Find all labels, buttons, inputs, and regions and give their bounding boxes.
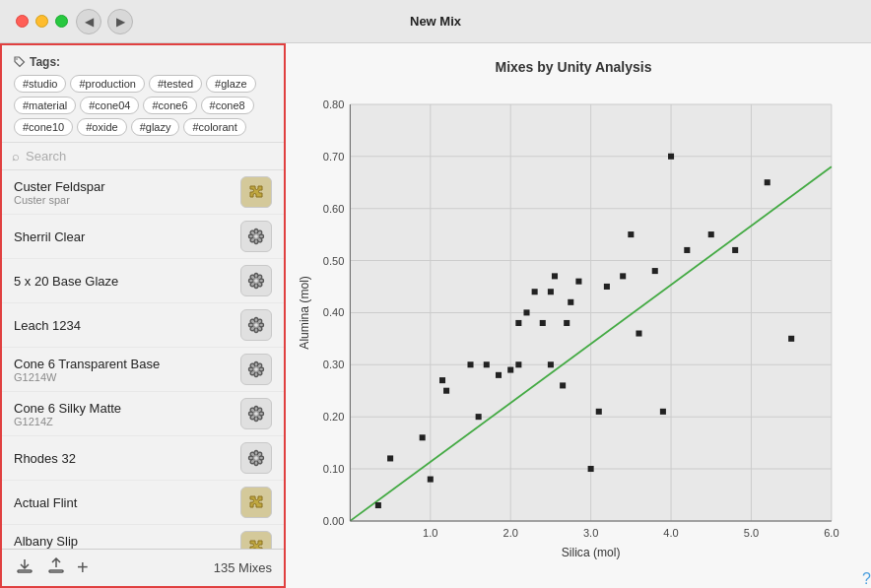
tag-item[interactable]: #material: [14, 97, 76, 114]
data-point[interactable]: [636, 331, 641, 337]
list-item-text: Leach 1234: [14, 318, 81, 333]
data-point[interactable]: [596, 409, 602, 415]
window-title: New Mix: [410, 14, 461, 29]
maximize-button[interactable]: [55, 15, 68, 28]
data-point[interactable]: [620, 273, 626, 279]
list-item[interactable]: Sherril Clear: [2, 215, 284, 259]
data-point[interactable]: [684, 247, 690, 253]
data-point[interactable]: [588, 466, 594, 472]
title-bar-left: ◀ ▶: [16, 9, 133, 34]
svg-text:4.0: 4.0: [663, 527, 678, 539]
flower-icon: [240, 221, 272, 252]
tags-section: Tags: #studio#production#tested#glaze#ma…: [2, 45, 284, 143]
tag-item[interactable]: #oxide: [77, 118, 126, 136]
data-point[interactable]: [564, 320, 570, 326]
data-point[interactable]: [515, 361, 521, 367]
tag-item[interactable]: #tested: [149, 75, 202, 93]
tags-container: #studio#production#tested#glaze#material…: [14, 75, 272, 136]
tag-item[interactable]: #production: [70, 75, 145, 93]
data-point[interactable]: [668, 154, 674, 160]
mix-count: 135 Mixes: [214, 560, 272, 575]
tag-item[interactable]: #colorant: [183, 118, 245, 136]
nav-buttons: ◀ ▶: [76, 9, 133, 34]
data-point[interactable]: [443, 388, 449, 394]
data-point[interactable]: [496, 372, 502, 378]
data-point[interactable]: [420, 434, 426, 440]
close-button[interactable]: [16, 15, 29, 28]
chart-area: 1.02.03.04.05.06.00.000.100.200.300.400.…: [296, 83, 851, 572]
svg-text:0.30: 0.30: [323, 359, 345, 370]
svg-text:0.40: 0.40: [323, 306, 345, 318]
list-item-name: Custer Feldspar: [14, 179, 104, 194]
data-point[interactable]: [515, 320, 521, 326]
data-point[interactable]: [552, 273, 558, 279]
minimize-button[interactable]: [35, 15, 48, 28]
flower-icon: [240, 442, 272, 474]
data-point[interactable]: [652, 268, 658, 274]
data-point[interactable]: [476, 414, 482, 420]
tag-item[interactable]: #studio: [14, 75, 66, 93]
flower-icon: [240, 354, 272, 385]
list-item[interactable]: Cone 6 Silky MatteG1214Z: [2, 392, 284, 436]
scrollbar[interactable]: [278, 170, 284, 549]
data-point[interactable]: [484, 361, 490, 367]
list-item[interactable]: Rhodes 32: [2, 436, 284, 481]
data-point[interactable]: [428, 477, 434, 483]
tag-item[interactable]: #cone04: [80, 97, 139, 114]
list-area: Custer FeldsparCuster spar Sherril Clear…: [2, 170, 284, 549]
list-item-text: 5 x 20 Base Glaze: [14, 274, 118, 289]
list-item[interactable]: Cone 6 Transparent BaseG1214W: [2, 348, 284, 392]
list-item-text: Cone 6 Transparent BaseG1214W: [14, 357, 160, 383]
data-point[interactable]: [540, 320, 546, 326]
svg-text:Silica (mol): Silica (mol): [562, 546, 621, 559]
data-point[interactable]: [788, 336, 794, 342]
data-point[interactable]: [387, 455, 393, 461]
tag-item[interactable]: #cone8: [201, 97, 254, 114]
tag-item[interactable]: #cone6: [143, 97, 196, 114]
data-point[interactable]: [765, 179, 770, 185]
svg-text:1.0: 1.0: [423, 527, 437, 539]
svg-point-40: [254, 367, 259, 372]
list-item-name: Actual Flint: [14, 495, 77, 510]
data-point[interactable]: [732, 247, 738, 253]
data-point[interactable]: [568, 299, 573, 305]
main-content: Tags: #studio#production#tested#glaze#ma…: [0, 43, 871, 588]
data-point[interactable]: [439, 377, 445, 383]
tag-item[interactable]: #glazy: [131, 118, 180, 136]
search-input[interactable]: [26, 149, 274, 163]
data-point[interactable]: [375, 502, 381, 508]
export-button[interactable]: [45, 555, 67, 581]
list-item[interactable]: Actual Flint: [2, 481, 284, 525]
import-button[interactable]: [14, 555, 35, 581]
nav-forward-button[interactable]: ▶: [107, 9, 133, 34]
list-item[interactable]: Custer FeldsparCuster spar: [2, 170, 284, 215]
tags-label: Tags:: [14, 55, 272, 69]
data-point[interactable]: [548, 289, 554, 294]
puzzle-icon: [240, 531, 272, 549]
data-point[interactable]: [560, 382, 566, 388]
list-item[interactable]: Albany SlipNew York Slip... Albany Clay: [2, 525, 284, 549]
add-button[interactable]: +: [77, 556, 89, 579]
svg-point-10: [254, 234, 259, 239]
list-item-text: Cone 6 Silky MatteG1214Z: [14, 401, 121, 427]
data-point[interactable]: [532, 289, 538, 294]
list-item-sub: Custer spar: [14, 194, 104, 206]
data-point[interactable]: [507, 367, 513, 373]
flower-icon: [240, 309, 272, 341]
help-button[interactable]: ?: [862, 570, 871, 588]
data-point[interactable]: [660, 409, 666, 415]
svg-text:0.70: 0.70: [323, 151, 345, 163]
data-point[interactable]: [628, 231, 634, 237]
data-point[interactable]: [523, 309, 529, 315]
tag-item[interactable]: #cone10: [14, 118, 73, 136]
tag-item[interactable]: #glaze: [206, 75, 255, 93]
nav-back-button[interactable]: ◀: [76, 9, 101, 34]
data-point[interactable]: [548, 361, 554, 367]
list-item[interactable]: 5 x 20 Base Glaze: [2, 259, 284, 303]
data-point[interactable]: [575, 279, 581, 285]
data-point[interactable]: [708, 231, 714, 237]
data-point[interactable]: [467, 361, 473, 367]
data-point[interactable]: [604, 284, 610, 290]
search-bar: ⌕: [2, 143, 284, 170]
list-item[interactable]: Leach 1234: [2, 303, 284, 348]
